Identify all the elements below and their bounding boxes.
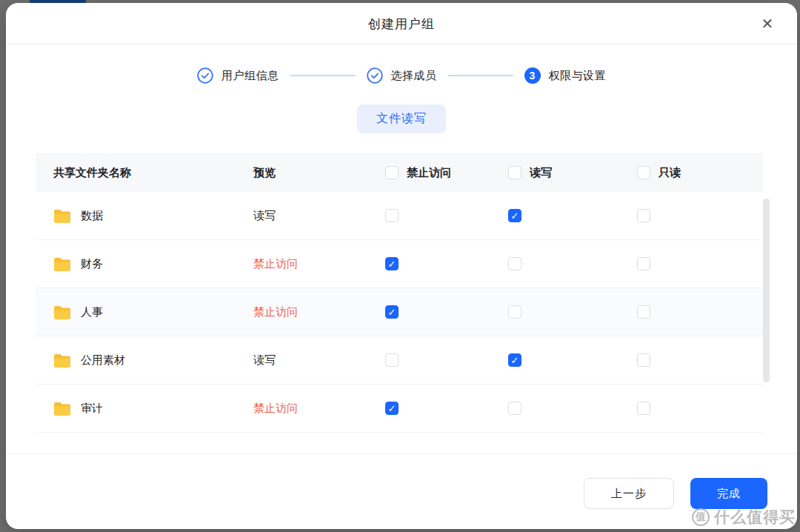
table-row: 财务 禁止访问 [36, 240, 763, 288]
folder-name: 人事 [81, 305, 103, 319]
dialog-header: 创建用户组 ✕ [6, 3, 797, 44]
readonly-checkbox[interactable] [637, 353, 650, 367]
step-number-badge: 3 [524, 67, 541, 84]
preview-status: 禁止访问 [253, 305, 298, 318]
stepper: 用户组信息 选择成员 3 权限与设置 [6, 64, 797, 87]
preview-status: 读写 [253, 209, 276, 222]
step-label: 权限与设置 [549, 69, 607, 83]
tab-file-readwrite[interactable]: 文件读写 [357, 104, 446, 133]
forbid-checkbox[interactable] [385, 402, 399, 415]
readonly-checkbox[interactable] [637, 257, 650, 270]
forbid-checkbox[interactable] [385, 353, 399, 367]
table-row: 审计 禁止访问 [36, 385, 763, 433]
header-forbid-checkbox[interactable] [385, 166, 399, 179]
folder-icon [53, 402, 70, 416]
previous-step-button[interactable]: 上一步 [584, 478, 674, 509]
preview-status: 禁止访问 [253, 402, 298, 414]
column-header-readonly: 只读 [659, 166, 681, 180]
step-select-members: 选择成员 [367, 67, 437, 84]
folder-icon [53, 305, 70, 319]
permission-table: 共享文件夹名称 预览 禁止访问 读写 只读 数据 [36, 153, 763, 433]
readwrite-checkbox[interactable] [508, 402, 521, 415]
step-done-check-icon [367, 67, 383, 84]
table-header-row: 共享文件夹名称 预览 禁止访问 读写 只读 [36, 153, 763, 192]
create-user-group-dialog: 创建用户组 ✕ 用户组信息 选择成员 3 权限与设置 文件读写 共享文件夹名称 [6, 3, 797, 529]
column-header-preview: 预览 [253, 166, 385, 180]
dialog-footer: 上一步 完成 [584, 478, 767, 509]
column-header-readwrite: 读写 [530, 166, 552, 180]
forbid-checkbox[interactable] [385, 257, 399, 270]
readwrite-checkbox[interactable] [508, 353, 521, 367]
folder-icon [53, 353, 70, 368]
step-connector [290, 75, 356, 76]
readonly-checkbox[interactable] [637, 305, 650, 319]
folder-name: 数据 [81, 209, 103, 223]
step-done-check-icon [197, 67, 213, 84]
preview-status: 禁止访问 [253, 257, 298, 270]
readwrite-checkbox[interactable] [508, 257, 521, 270]
readonly-checkbox[interactable] [637, 209, 650, 222]
preview-status: 读写 [253, 353, 276, 366]
table-row: 数据 读写 [36, 192, 763, 240]
step-user-group-info: 用户组信息 [197, 67, 279, 84]
forbid-checkbox[interactable] [385, 305, 399, 319]
table-row: 公用素材 读写 [36, 336, 763, 385]
folder-name: 财务 [81, 257, 103, 271]
folder-icon [53, 257, 70, 271]
folder-icon [53, 209, 70, 223]
step-label: 选择成员 [391, 69, 437, 83]
step-label: 用户组信息 [221, 69, 279, 83]
forbid-checkbox[interactable] [385, 209, 399, 222]
finish-button[interactable]: 完成 [690, 478, 767, 509]
folder-name: 公用素材 [81, 353, 125, 368]
close-icon[interactable]: ✕ [757, 13, 778, 34]
folder-name: 审计 [81, 402, 103, 416]
dialog-title: 创建用户组 [6, 3, 797, 44]
readwrite-checkbox[interactable] [508, 305, 521, 319]
column-header-forbid: 禁止访问 [407, 166, 451, 180]
scrollbar-thumb[interactable] [763, 199, 770, 382]
header-readonly-checkbox[interactable] [637, 166, 650, 179]
readwrite-checkbox[interactable] [508, 209, 521, 222]
column-header-folder-name: 共享文件夹名称 [36, 166, 253, 180]
footer-divider [6, 453, 797, 454]
readonly-checkbox[interactable] [637, 402, 650, 415]
table-row: 人事 禁止访问 [36, 288, 763, 336]
step-permissions-settings: 3 权限与设置 [524, 67, 607, 84]
step-connector [448, 75, 513, 76]
header-readwrite-checkbox[interactable] [508, 166, 521, 179]
